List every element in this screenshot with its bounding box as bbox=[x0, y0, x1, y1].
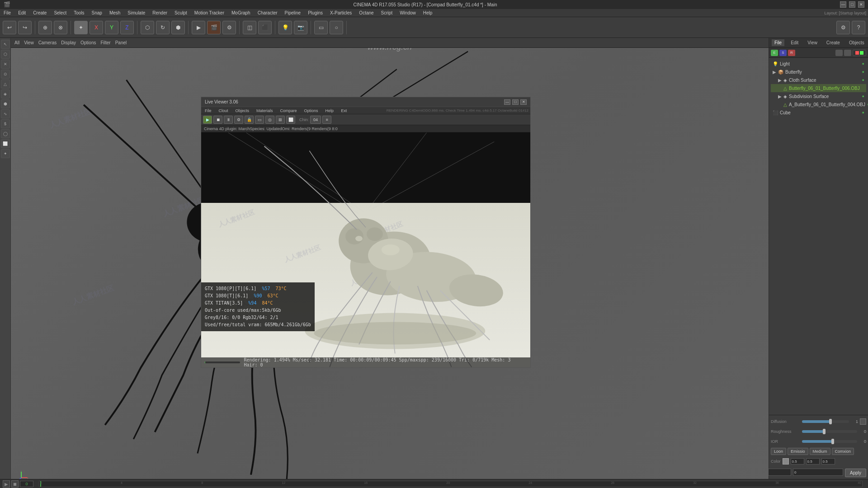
value-input-2[interactable] bbox=[793, 469, 843, 476]
lv-overlay-button[interactable]: ⬜ bbox=[286, 116, 295, 124]
lv-settings-button[interactable]: ⚙ bbox=[234, 116, 243, 124]
menu-window[interactable]: Window bbox=[398, 10, 418, 15]
menu-sculpt[interactable]: Sculpt bbox=[173, 10, 189, 15]
tree-item-subdiv[interactable]: ▶ ◈ Subdivision Surface ● bbox=[771, 92, 866, 100]
floor-button[interactable]: ▭ bbox=[314, 21, 328, 34]
tool-10[interactable]: ◯ bbox=[1, 129, 10, 138]
minimize-button[interactable]: — bbox=[840, 1, 846, 8]
menu-snap[interactable]: Snap bbox=[90, 10, 104, 15]
color-swatch[interactable] bbox=[783, 458, 789, 465]
lv-region-button[interactable]: ▭ bbox=[255, 116, 264, 124]
menu-motion-tracker[interactable]: Motion Tracker bbox=[193, 10, 226, 15]
tree-btn-5[interactable] bbox=[844, 50, 851, 56]
tool-11[interactable]: ⬜ bbox=[1, 139, 10, 148]
close-button[interactable]: ✕ bbox=[858, 1, 864, 8]
diffusion-slider[interactable] bbox=[802, 420, 849, 423]
diffusion-thumb[interactable] bbox=[829, 419, 832, 424]
lv-stop-button[interactable]: ⏹ bbox=[213, 116, 222, 124]
tree-btn-3[interactable]: R bbox=[788, 50, 795, 56]
x-axis-button[interactable]: X bbox=[90, 21, 103, 34]
color-value-r[interactable] bbox=[791, 458, 804, 465]
tab-view[interactable]: View bbox=[805, 39, 820, 46]
new-object-button[interactable]: ⊕ bbox=[38, 21, 52, 34]
render-settings-button[interactable]: ⚙ bbox=[222, 21, 236, 34]
null-button[interactable]: ⬛ bbox=[258, 21, 272, 34]
tool-8[interactable]: ∿ bbox=[1, 109, 10, 118]
tree-color-swatches[interactable] bbox=[853, 50, 866, 56]
maximize-button[interactable]: □ bbox=[849, 1, 855, 8]
scale-button[interactable]: ⬢ bbox=[171, 21, 185, 34]
lv-play-button[interactable]: ▶ bbox=[203, 116, 212, 124]
live-viewer-window[interactable]: Live Viewer 3.06 — □ ✕ File Clout Object… bbox=[201, 97, 531, 368]
viewport-panel-menu[interactable]: Panel bbox=[115, 40, 127, 45]
timeline-track[interactable]: 0 4 8 12 16 20 24 28 32 36 40 bbox=[39, 481, 863, 487]
render-button[interactable]: 🎬 bbox=[207, 21, 221, 34]
menu-character[interactable]: Character bbox=[256, 10, 279, 15]
rotate-button[interactable]: ↻ bbox=[156, 21, 170, 34]
tree-item-butterfly-obj[interactable]: △ Butterfly_06_01_Butterfly_006.OBJ bbox=[771, 84, 866, 92]
tab-create[interactable]: Create bbox=[824, 39, 843, 46]
tree-item-a-butterfly-obj[interactable]: △ A_Butterfly_06_01_Butterfly_004.OBJ ● bbox=[771, 100, 866, 108]
emissio-button[interactable]: Emissio bbox=[788, 448, 808, 455]
menu-render[interactable]: Render bbox=[151, 10, 169, 15]
select-button[interactable]: ✦ bbox=[74, 21, 88, 34]
help-button[interactable]: ? bbox=[852, 21, 865, 34]
lv-grid-button[interactable]: ⊞ bbox=[276, 116, 285, 124]
lv-chin-val[interactable]: 04 bbox=[310, 116, 321, 124]
lv-display-btn[interactable]: ≡ bbox=[322, 116, 331, 124]
y-axis-button[interactable]: Y bbox=[105, 21, 118, 34]
tool-2[interactable]: ⬡ bbox=[1, 50, 10, 59]
tree-item-light[interactable]: 💡 Light ● bbox=[771, 60, 866, 68]
viewport-cameras-menu[interactable]: Cameras bbox=[38, 40, 57, 45]
tree-item-cloth[interactable]: ▶ ◈ Cloth Surface ● bbox=[771, 76, 866, 84]
light-button[interactable]: 💡 bbox=[278, 21, 292, 34]
menu-help[interactable]: Help bbox=[421, 10, 434, 15]
viewport-display-menu[interactable]: Display bbox=[61, 40, 76, 45]
live-viewer-canvas[interactable]: 人人素材社区 人人素材社区 人人素材社区 人人素材社区 人人素材社区 bbox=[201, 132, 530, 367]
loon-button[interactable]: Loon bbox=[771, 448, 786, 455]
tree-item-butterfly[interactable]: ▶ 📦 Butterfly ● bbox=[771, 68, 866, 76]
undo-button[interactable]: ↩ bbox=[3, 21, 16, 34]
redo-button[interactable]: ↪ bbox=[18, 21, 32, 34]
lv-menu-objects[interactable]: Objects bbox=[234, 108, 251, 113]
menu-select[interactable]: Select bbox=[52, 10, 68, 15]
lv-menu-materials[interactable]: Materials bbox=[255, 108, 275, 113]
tool-5[interactable]: △ bbox=[1, 80, 10, 89]
menu-tools[interactable]: Tools bbox=[72, 10, 86, 15]
menu-pipeline[interactable]: Pipeline bbox=[283, 10, 303, 15]
menu-plugins[interactable]: Plugins bbox=[306, 10, 325, 15]
menu-xparticles[interactable]: X-Particles bbox=[328, 10, 354, 15]
tree-item-cube[interactable]: ⬛ Cube ● bbox=[771, 108, 866, 117]
viewport-all-menu[interactable]: All bbox=[14, 40, 19, 45]
lv-menu-compare[interactable]: Compare bbox=[278, 108, 299, 113]
sky-button[interactable]: ○ bbox=[330, 21, 343, 34]
z-axis-button[interactable]: Z bbox=[120, 21, 134, 34]
live-viewer-close[interactable]: ✕ bbox=[520, 99, 527, 105]
ior-thumb[interactable] bbox=[831, 439, 834, 444]
tool-3[interactable]: ✕ bbox=[1, 60, 10, 69]
ior-slider[interactable] bbox=[802, 440, 857, 443]
play-button[interactable]: ▶ bbox=[3, 480, 10, 488]
camera-button[interactable]: 📷 bbox=[294, 21, 307, 34]
tab-file[interactable]: File bbox=[772, 39, 784, 46]
tab-objects[interactable]: Objects bbox=[846, 39, 867, 46]
lv-target-button[interactable]: ◎ bbox=[265, 116, 274, 124]
menu-create[interactable]: Create bbox=[31, 10, 48, 15]
lv-menu-clout[interactable]: Clout bbox=[217, 108, 230, 113]
object-button[interactable]: ◫ bbox=[243, 21, 256, 34]
color-value-b[interactable] bbox=[821, 458, 835, 465]
menu-file[interactable]: File bbox=[2, 10, 13, 15]
tool-7[interactable]: ⬢ bbox=[1, 99, 10, 108]
live-viewer-maximize[interactable]: □ bbox=[512, 99, 519, 105]
tool-9[interactable]: $ bbox=[1, 119, 10, 128]
viewport-filter-menu[interactable]: Filter bbox=[100, 40, 110, 45]
menu-script[interactable]: Script bbox=[379, 10, 395, 15]
delete-button[interactable]: ⊗ bbox=[54, 21, 67, 34]
viewport-options-menu[interactable]: Options bbox=[80, 40, 96, 45]
frame-counter[interactable]: 0 bbox=[20, 481, 33, 487]
menu-mesh[interactable]: Mesh bbox=[108, 10, 122, 15]
color-value-g[interactable] bbox=[806, 458, 820, 465]
live-viewer-minimize[interactable]: — bbox=[504, 99, 510, 105]
roughness-slider[interactable] bbox=[802, 430, 857, 433]
move-button[interactable]: ⬡ bbox=[141, 21, 154, 34]
